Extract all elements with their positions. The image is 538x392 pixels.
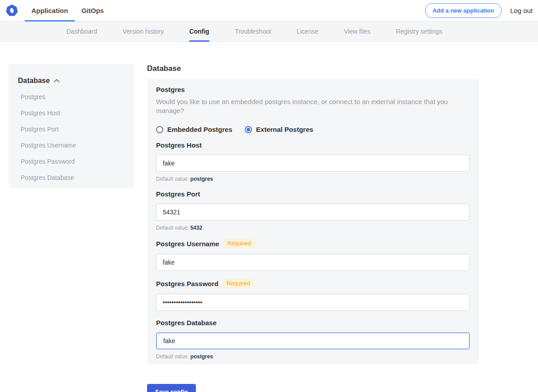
subnav-item-registry-settings[interactable]: Registry settings xyxy=(396,22,442,41)
field-postgres-port: Postgres Port Default value:5432 xyxy=(156,190,470,231)
postgres-username-input[interactable] xyxy=(156,254,470,271)
field-postgres-host: Postgres Host Default value:postgres xyxy=(156,141,470,182)
required-badge: Required xyxy=(223,279,254,288)
sidebar-group-label: Database xyxy=(18,77,50,85)
app-logo-icon[interactable] xyxy=(0,4,25,17)
postgres-host-input[interactable] xyxy=(156,155,470,172)
radio-embedded-postgres[interactable]: Embedded Postgres xyxy=(156,126,232,133)
postgres-password-label: Postgres Password xyxy=(156,280,218,287)
config-group-help: Would you like to use an embedded postgr… xyxy=(156,97,470,115)
default-label: Default value: xyxy=(156,176,189,182)
postgres-port-label: Postgres Port xyxy=(156,190,200,198)
postgres-type-radio-group: Embedded Postgres External Postgres xyxy=(156,126,470,133)
tab-application-label: Application xyxy=(31,7,68,14)
subnav-item-troubleshoot[interactable]: Troubleshoot xyxy=(235,22,271,41)
sidebar-item-postgres-port[interactable]: Postgres Port xyxy=(21,126,125,133)
postgres-database-default-note: Default value:postgres xyxy=(156,353,470,360)
tab-gitops-label: GitOps xyxy=(82,7,104,14)
app-subnav: Dashboard Version history Config Trouble… xyxy=(0,22,538,42)
sidebar-group-database[interactable]: Database xyxy=(18,77,125,85)
config-group-title: Postgres xyxy=(156,86,470,93)
tab-gitops[interactable]: GitOps xyxy=(75,0,111,21)
postgres-password-input[interactable] xyxy=(156,294,470,311)
postgres-host-default-note: Default value:postgres xyxy=(156,176,470,182)
config-page: Database Postgres Postgres Host Postgres… xyxy=(0,42,538,392)
required-badge: Required xyxy=(224,239,255,248)
sidebar-item-list: Postgres Postgres Host Postgres Port Pos… xyxy=(18,93,125,181)
sidebar-item-postgres-password[interactable]: Postgres Password xyxy=(21,158,125,165)
subnav-item-license[interactable]: License xyxy=(297,22,318,41)
save-config-button[interactable]: Save config xyxy=(147,384,196,392)
app-logo-icon xyxy=(5,4,18,17)
radio-external-postgres-label: External Postgres xyxy=(256,126,313,133)
default-value: postgres xyxy=(190,176,213,182)
postgres-username-label: Postgres Username xyxy=(156,240,219,248)
field-label-row: Postgres Port xyxy=(156,190,470,198)
config-group-card: Postgres Would you like to use an embedd… xyxy=(147,79,479,364)
field-label-row: Postgres Username Required xyxy=(156,239,470,248)
field-label-row: Postgres Database xyxy=(156,319,470,327)
field-label-row: Postgres Host xyxy=(156,141,470,149)
add-application-button[interactable]: Add a new application xyxy=(425,3,502,18)
top-nav-right: Add a new application Log out xyxy=(425,3,538,18)
field-postgres-username: Postgres Username Required xyxy=(156,239,470,271)
config-main: Database Postgres Would you like to use … xyxy=(147,42,479,392)
radio-external-postgres[interactable]: External Postgres xyxy=(245,126,313,133)
postgres-database-label: Postgres Database xyxy=(156,319,217,327)
subnav-item-dashboard[interactable]: Dashboard xyxy=(66,22,97,41)
radio-selected-icon xyxy=(245,126,252,133)
default-label: Default value: xyxy=(156,353,189,360)
field-postgres-database: Postgres Database Default value:postgres xyxy=(156,319,470,360)
field-label-row: Postgres Password Required xyxy=(156,279,470,288)
primary-tabs: Application GitOps xyxy=(25,0,111,21)
top-nav: Application GitOps Add a new application… xyxy=(0,0,538,22)
subnav-item-config[interactable]: Config xyxy=(189,22,209,41)
radio-unselected-icon xyxy=(156,126,163,133)
postgres-port-input[interactable] xyxy=(156,204,470,221)
logout-link[interactable]: Log out xyxy=(510,7,533,14)
sidebar-item-postgres[interactable]: Postgres xyxy=(21,93,125,100)
chevron-up-icon xyxy=(54,79,60,83)
config-sidebar: Database Postgres Postgres Host Postgres… xyxy=(9,64,134,188)
default-label: Default value: xyxy=(156,225,189,231)
page-title: Database xyxy=(147,64,479,73)
sidebar-item-postgres-username[interactable]: Postgres Username xyxy=(21,142,125,149)
field-postgres-password: Postgres Password Required xyxy=(156,279,470,311)
subnav-item-version-history[interactable]: Version history xyxy=(123,22,164,41)
default-value: 5432 xyxy=(190,225,202,231)
sidebar-item-postgres-host[interactable]: Postgres Host xyxy=(21,109,125,117)
sidebar-item-postgres-database[interactable]: Postgres Database xyxy=(21,174,125,181)
tab-application[interactable]: Application xyxy=(25,0,75,21)
postgres-port-default-note: Default value:5432 xyxy=(156,225,470,231)
default-value: postgres xyxy=(190,353,213,360)
postgres-database-input[interactable] xyxy=(156,332,470,349)
subnav-item-view-files[interactable]: View files xyxy=(344,22,370,41)
postgres-host-label: Postgres Host xyxy=(156,141,202,149)
radio-embedded-postgres-label: Embedded Postgres xyxy=(167,126,232,133)
